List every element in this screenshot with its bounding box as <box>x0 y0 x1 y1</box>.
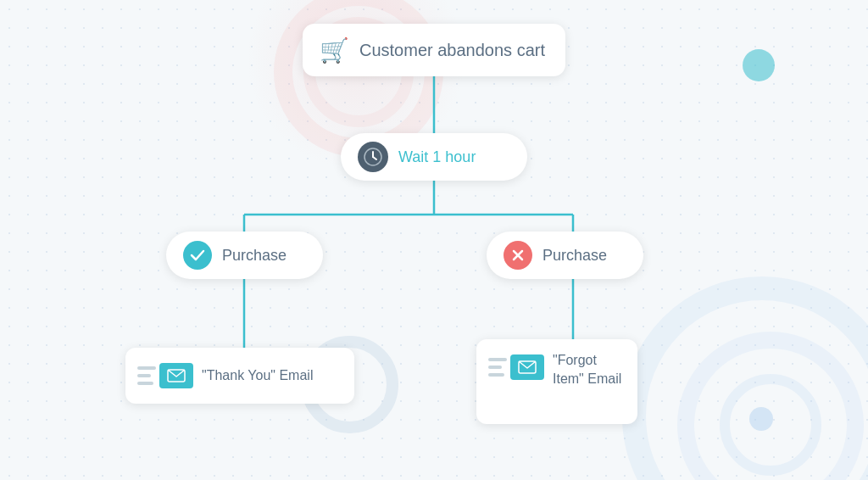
clock-icon <box>358 142 388 172</box>
email-envelope-yes <box>159 363 193 388</box>
email-yes-node[interactable]: "Thank You" Email <box>125 348 354 404</box>
email-yes-icon-group <box>137 363 193 388</box>
cross-icon <box>504 241 532 270</box>
email-lines-no <box>488 358 507 377</box>
trigger-node[interactable]: 🛒 Customer abandons cart <box>303 24 565 76</box>
email-yes-label: "Thank You" Email <box>202 368 313 383</box>
wait-label: Wait 1 hour <box>398 148 476 166</box>
email-no-label: "Forgot Item" Email <box>553 351 626 389</box>
svg-line-9 <box>373 157 376 159</box>
purchase-yes-label: Purchase <box>222 247 287 265</box>
deco-bottom-right-inner <box>720 374 821 476</box>
deco-bottom-right-outer <box>622 276 868 480</box>
check-icon <box>183 241 212 270</box>
deco-bottom-right-mid <box>677 332 864 480</box>
email-lines-yes <box>137 366 156 385</box>
purchase-no-label: Purchase <box>542 247 607 265</box>
purchase-yes-node[interactable]: Purchase <box>166 232 323 279</box>
email-no-node[interactable]: "Forgot Item" Email <box>476 339 637 424</box>
purchase-no-node[interactable]: Purchase <box>487 232 643 279</box>
deco-top-right-dot <box>743 49 775 81</box>
wait-node[interactable]: Wait 1 hour <box>341 133 527 181</box>
deco-bottom-right-dot <box>749 407 773 431</box>
trigger-label: Customer abandons cart <box>359 41 545 60</box>
email-envelope-no <box>510 354 544 380</box>
email-no-icon-group <box>488 354 544 380</box>
cart-icon: 🛒 <box>320 36 349 64</box>
